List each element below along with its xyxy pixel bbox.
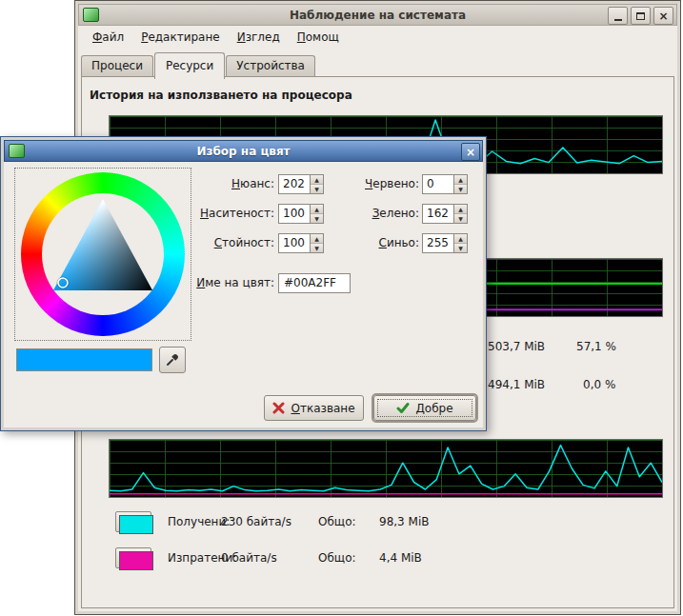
dialog-close-icon: × [466, 147, 475, 158]
blue-value[interactable]: 255 [422, 233, 453, 253]
maximize-icon [636, 12, 645, 20]
cpu-history-heading: История на използването на процесора [90, 89, 352, 102]
saturation-value[interactable]: 100 [278, 204, 310, 224]
color-wheel[interactable] [16, 169, 190, 339]
blue-down-icon[interactable]: ▼ [454, 244, 467, 252]
green-value[interactable]: 162 [422, 204, 453, 224]
tab-resources[interactable]: Ресурси [154, 52, 225, 79]
red-label: Червено: [352, 174, 419, 194]
swap-amount: 494,1 MiB [488, 374, 545, 395]
received-color-swatch [119, 515, 153, 534]
value-spinner[interactable]: 100 ▲▼ [278, 233, 324, 253]
received-color-button[interactable] [115, 511, 151, 532]
hue-up-icon[interactable]: ▲ [311, 175, 323, 185]
color-name-label: Име на цвят: [193, 273, 274, 293]
tab-processes[interactable]: Процеси [81, 55, 153, 76]
close-button[interactable]: × [653, 7, 673, 25]
red-up-icon[interactable]: ▲ [454, 175, 467, 185]
menu-file[interactable]: Файл [84, 26, 132, 49]
menu-edit[interactable]: Редактиране [132, 26, 229, 49]
received-rate: 230 байта/s [221, 511, 291, 532]
green-spinner[interactable]: 162 ▲▼ [422, 204, 468, 224]
app-icon [83, 8, 99, 22]
hue-value[interactable]: 202 [278, 174, 310, 194]
hue-spinner[interactable]: 202 ▲▼ [278, 174, 324, 194]
memory-amount: 503,7 MiB [488, 336, 545, 357]
value-up-icon[interactable]: ▲ [311, 234, 323, 244]
memory-percent: 57,1 % [576, 336, 616, 357]
received-total-label: Общо: [318, 511, 356, 532]
value-label: Стойност: [193, 233, 274, 253]
red-down-icon[interactable]: ▼ [454, 185, 467, 193]
maximize-button[interactable] [631, 7, 651, 25]
saturation-label: Наситеност: [193, 204, 274, 224]
sent-total: 4,4 MiB [379, 547, 422, 568]
dialog-icon [9, 144, 25, 158]
sent-color-button[interactable] [115, 547, 151, 568]
minimize-button[interactable] [608, 7, 628, 25]
network-legend-received: Получени: 230 байта/s Общо: 98,3 MiB [115, 511, 525, 532]
dialog-close-button[interactable]: × [461, 143, 480, 161]
green-down-icon[interactable]: ▼ [454, 214, 467, 223]
main-window-title: Наблюдение на системата [79, 9, 676, 22]
blue-up-icon[interactable]: ▲ [454, 234, 467, 244]
eyedropper-button[interactable] [159, 347, 186, 373]
green-label: Зелено: [352, 204, 419, 224]
value-down-icon[interactable]: ▼ [311, 244, 323, 252]
sent-rate: 0 байта/s [221, 547, 277, 568]
sent-color-swatch [119, 551, 153, 570]
blue-spinner[interactable]: 255 ▲▼ [422, 233, 468, 253]
value-value[interactable]: 100 [278, 233, 310, 253]
color-picker-dialog: Избор на цвят × Нюанс: [0, 136, 487, 431]
hue-label: Нюанс: [193, 174, 274, 194]
saturation-spinner[interactable]: 100 ▲▼ [278, 204, 324, 224]
saturation-down-icon[interactable]: ▼ [311, 214, 323, 223]
green-up-icon[interactable]: ▲ [454, 205, 467, 214]
menu-help[interactable]: Помощ [289, 26, 348, 49]
eyedropper-icon [165, 352, 180, 368]
network-history-chart [109, 439, 663, 498]
tab-devices[interactable]: Устройства [226, 55, 315, 76]
blue-label: Синьо: [352, 233, 419, 253]
menubar: ФайлРедактиранеИзгледПомощ [78, 26, 677, 50]
main-titlebar[interactable]: Наблюдение на системата × [78, 4, 677, 26]
saturation-up-icon[interactable]: ▲ [311, 205, 323, 214]
ok-check-icon [396, 402, 410, 414]
network-legend-sent: Изпратени: 0 байта/s Общо: 4,4 MiB [115, 547, 525, 568]
menu-view[interactable]: Изглед [229, 26, 289, 49]
dialog-titlebar[interactable]: Избор на цвят × [4, 140, 483, 162]
hue-down-icon[interactable]: ▼ [311, 185, 323, 193]
cancel-button-label: Отказване [291, 402, 354, 415]
red-value[interactable]: 0 [422, 174, 453, 194]
tabstrip: Процеси Ресурси Устройства [81, 52, 316, 79]
ok-button-label: Добре [415, 402, 452, 415]
close-icon: × [658, 10, 668, 22]
color-preview [16, 348, 152, 371]
minimize-icon [614, 19, 622, 21]
sent-total-label: Общо: [318, 547, 356, 568]
red-spinner[interactable]: 0 ▲▼ [422, 174, 468, 194]
swap-percent: 0,0 % [583, 374, 615, 395]
cancel-x-icon [272, 402, 285, 414]
received-total: 98,3 MiB [379, 511, 429, 532]
dialog-body: Нюанс: 202 ▲▼ Наситеност: 100 ▲▼ Стойнос… [4, 162, 483, 427]
hsv-triangle[interactable] [42, 193, 164, 315]
color-name-input[interactable]: #00A2FF [278, 273, 351, 293]
cancel-button[interactable]: Отказване [264, 395, 364, 421]
dialog-title: Избор на цвят [5, 145, 482, 158]
ok-button[interactable]: Добре [373, 395, 476, 421]
